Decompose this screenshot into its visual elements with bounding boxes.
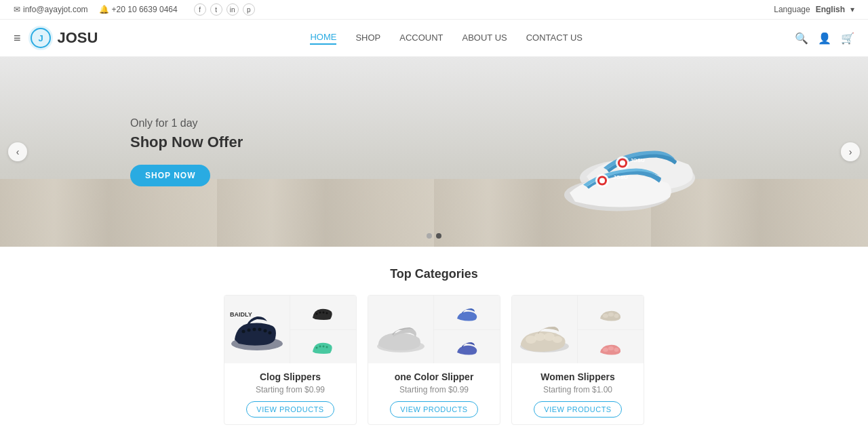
category-card-one-color: one Color Slipper Starting from $0.99 VI…: [368, 295, 500, 425]
phone-info: 🔔 +20 10 6639 0464: [99, 5, 178, 14]
women-view-products-button[interactable]: VIEW PRODUCTS: [534, 401, 621, 418]
language-dropdown-icon[interactable]: ▾: [850, 5, 854, 14]
category-info-one-color: one Color Slipper Starting from $0.99 VI…: [368, 363, 500, 424]
svg-point-27: [322, 346, 324, 348]
small-women-1: [597, 302, 625, 323]
categories-grid: BAIDLY: [14, 295, 854, 425]
category-images-women: [512, 296, 644, 363]
hero-content: Only for 1 day Shop Now Offer SHOP NOW: [0, 117, 243, 186]
top-bar: ✉ info@ayayjot.com 🔔 +20 10 6639 0464 f …: [0, 0, 868, 20]
cart-icon[interactable]: 🛒: [841, 32, 854, 45]
email-info: ✉ info@ayayjot.com: [14, 5, 88, 14]
hero-subtitle: Only for 1 day: [130, 117, 243, 129]
category-main-image-clog: BAIDLY: [224, 296, 290, 363]
category-images-one-color: [368, 296, 500, 363]
svg-point-39: [608, 346, 614, 350]
svg-point-25: [315, 347, 317, 349]
small-clog-1: [310, 302, 337, 323]
logo-icon: J: [28, 25, 54, 51]
carousel-dot-1[interactable]: [427, 233, 432, 239]
svg-point-22: [319, 311, 321, 313]
hero-title: Shop Now Offer: [130, 134, 243, 151]
svg-point-38: [603, 348, 608, 352]
clog-name: Clog Slippers: [230, 371, 351, 382]
category-small-image-clog-2: [290, 330, 356, 364]
hamburger-button[interactable]: ≡: [14, 31, 21, 45]
small-one-color-2: [454, 336, 481, 357]
top-bar-right: Language English ▾: [774, 5, 854, 14]
category-info-clog: Clog Slippers Starting from $0.99 VIEW P…: [224, 363, 356, 424]
one-color-view-products-button[interactable]: VIEW PRODUCTS: [390, 401, 477, 418]
svg-point-7: [620, 161, 625, 166]
women-name: Women Slippers: [517, 371, 638, 382]
nav-about[interactable]: ABOUT US: [462, 33, 507, 44]
pinterest-icon[interactable]: p: [243, 3, 255, 16]
header-actions: 🔍 👤 🛒: [795, 32, 854, 45]
nav-account[interactable]: ACCOUNT: [399, 33, 443, 44]
instagram-icon[interactable]: in: [226, 3, 239, 16]
svg-text:JOSU: JOSU: [613, 174, 628, 180]
category-card-women: Women Slippers Starting from $1.00 VIEW …: [511, 295, 644, 425]
small-clog-2: [310, 336, 337, 357]
facebook-icon[interactable]: f: [194, 3, 206, 16]
small-one-color-1: [454, 302, 481, 323]
hero-banner: ‹ Only for 1 day Shop Now Offer SHOP NOW…: [0, 57, 868, 247]
phone-icon: 🔔: [99, 5, 109, 14]
clog-view-products-button[interactable]: VIEW PRODUCTS: [246, 401, 334, 418]
top-bar-left: ✉ info@ayayjot.com 🔔 +20 10 6639 0464 f …: [14, 3, 255, 16]
nav-shop[interactable]: SHOP: [355, 33, 380, 44]
svg-point-32: [534, 333, 545, 341]
svg-point-21: [315, 312, 317, 314]
svg-point-20: [269, 331, 272, 334]
svg-point-23: [322, 311, 324, 313]
svg-point-35: [603, 314, 608, 318]
categories-title: Top Categories: [14, 267, 854, 281]
hero-product-image: JOSU JOSU: [549, 83, 712, 221]
category-images-clog: BAIDLY: [224, 296, 356, 363]
svg-point-40: [614, 348, 618, 352]
svg-point-36: [608, 312, 614, 317]
svg-point-15: [242, 329, 245, 333]
carousel-dot-2[interactable]: [436, 233, 441, 239]
nav-home[interactable]: HOME: [310, 32, 336, 45]
one-color-slipper-image: [370, 304, 431, 355]
svg-point-28: [326, 346, 328, 348]
category-small-image-women-1: [578, 296, 644, 330]
carousel-dots: [427, 233, 441, 239]
carousel-prev-button[interactable]: ‹: [8, 142, 27, 161]
shop-now-button[interactable]: SHOP NOW: [130, 165, 210, 186]
svg-text:BAIDLY: BAIDLY: [230, 311, 252, 318]
category-main-image-one-color: [368, 296, 434, 363]
logo[interactable]: J JOSU: [28, 25, 98, 51]
svg-point-34: [553, 336, 562, 343]
nav-contact[interactable]: CONTACT US: [526, 33, 583, 44]
slipper-illustration: JOSU JOSU: [549, 83, 712, 219]
account-icon[interactable]: 👤: [818, 32, 831, 45]
categories-section: Top Categories BAIDLY: [0, 247, 868, 427]
svg-point-26: [319, 346, 321, 348]
category-card-clog: BAIDLY: [224, 295, 357, 425]
svg-point-18: [258, 327, 262, 331]
category-small-image-women-2: [578, 330, 644, 364]
carousel-next-button[interactable]: ›: [841, 142, 860, 161]
category-main-image-women: [512, 296, 578, 363]
svg-text:J: J: [38, 33, 43, 43]
category-info-women: Women Slippers Starting from $1.00 VIEW …: [512, 363, 644, 424]
women-slipper-image: [514, 304, 575, 355]
svg-point-17: [253, 327, 256, 331]
search-icon[interactable]: 🔍: [795, 32, 808, 45]
twitter-icon[interactable]: t: [210, 3, 222, 16]
svg-point-19: [264, 329, 267, 332]
header: ≡ J JOSU HOME SHOP ACCOUNT ABOUT US CONT…: [0, 20, 868, 57]
clog-shoe-image: BAIDLY: [226, 304, 288, 355]
category-small-image-one-color-1: [434, 296, 500, 330]
email-icon: ✉: [14, 5, 20, 14]
one-color-name: one Color Slipper: [374, 371, 494, 382]
small-women-2: [597, 336, 625, 357]
main-nav: HOME SHOP ACCOUNT ABOUT US CONTACT US: [310, 32, 583, 45]
svg-point-12: [599, 178, 605, 184]
one-color-price: Starting from $0.99: [374, 385, 494, 394]
category-small-image-clog-1: [290, 296, 356, 330]
svg-point-37: [614, 314, 618, 318]
svg-point-24: [326, 312, 328, 314]
